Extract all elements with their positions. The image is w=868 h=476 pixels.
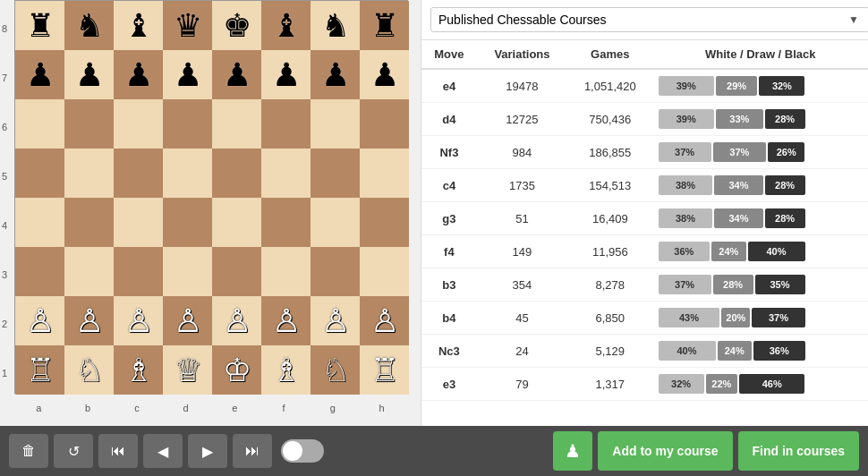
cell-7-5[interactable]: ♟ [261,50,311,99]
cell-6-7[interactable] [360,99,409,149]
next-button[interactable]: ▶ [188,434,227,468]
cell-8-1[interactable]: ♞ [64,1,114,50]
cell-2-0[interactable]: ♙ [15,296,64,345]
cell-1-0[interactable]: ♖ [15,345,64,395]
cell-2-3[interactable]: ♙ [163,296,212,345]
cell-2-2[interactable]: ♙ [114,296,163,345]
cell-1-2[interactable]: ♗ [114,345,163,395]
cell-6-0[interactable] [15,99,64,149]
cell-5-1[interactable] [64,149,114,198]
table-row[interactable]: Nc3 24 5,129 40% 24% 36% [421,335,868,368]
cell-8-3[interactable]: ♛ [163,1,212,50]
cell-1-6[interactable]: ♘ [311,345,360,395]
add-course-button[interactable]: Add to my course [598,431,732,471]
cell-5-3[interactable] [163,149,212,198]
table-row[interactable]: b3 354 8,278 37% 28% 35% [421,268,868,302]
rank-labels: 87654321 [0,0,14,401]
cell-8-2[interactable]: ♝ [114,1,163,50]
cell-4-6[interactable] [311,198,360,247]
cell-7-1[interactable]: ♟ [64,50,114,99]
cell-5-7[interactable] [360,149,409,198]
table-row[interactable]: f4 149 11,956 36% 24% 40% [421,235,868,268]
cell-6-3[interactable] [163,99,212,149]
cell-5-5[interactable] [261,149,311,198]
file-label-a: a [14,403,64,413]
cell-5-4[interactable] [212,149,261,198]
prev-button[interactable]: ◀ [143,434,183,468]
cell-4-3[interactable] [163,198,212,247]
file-label-c: c [113,403,162,413]
cell-7-7[interactable]: ♟ [360,50,409,99]
analysis-button[interactable]: ♟ [553,431,592,471]
cell-4-0[interactable] [15,198,64,247]
cell-7-2[interactable]: ♟ [114,50,163,99]
cell-6-6[interactable] [311,99,360,149]
cell-2-7[interactable]: ♙ [360,296,409,345]
cell-2-5[interactable]: ♙ [261,296,311,345]
cell-1-5[interactable]: ♗ [261,345,311,395]
file-label-h: h [357,403,406,413]
find-courses-button[interactable]: Find in courses [738,431,859,471]
cell-3-4[interactable] [212,247,261,296]
cell-3-0[interactable] [15,247,64,296]
cell-8-5[interactable]: ♝ [261,1,311,50]
cell-3-5[interactable] [261,247,311,296]
course-dropdown[interactable]: Published Chessable CoursesAll CoursesMy… [430,7,868,32]
cell-1-4[interactable]: ♔ [212,345,261,395]
cell-7-4[interactable]: ♟ [212,50,261,99]
cell-3-3[interactable] [163,247,212,296]
cell-7-0[interactable]: ♟ [15,50,64,99]
cell-4-5[interactable] [261,198,311,247]
start-button[interactable]: ⏮ [98,434,138,468]
cell-2-4[interactable]: ♙ [212,296,261,345]
file-label-b: b [64,403,113,413]
cell-1-1[interactable]: ♘ [64,345,114,395]
cell-6-1[interactable] [64,99,114,149]
cell-7-6[interactable]: ♟ [311,50,360,99]
cell-4-4[interactable] [212,198,261,247]
cell-3-7[interactable] [360,247,409,296]
cell-8-4[interactable]: ♚ [212,1,261,50]
table-row[interactable]: c4 1735 154,513 38% 34% 28% [421,169,868,202]
cell-8-7[interactable]: ♜ [360,1,409,50]
cell-2-6[interactable]: ♙ [311,296,360,345]
cell-move: e3 [421,368,477,401]
cell-8-0[interactable]: ♜ [15,1,64,50]
table-row[interactable]: b4 45 6,850 43% 20% 37% [421,302,868,335]
bar-draw: 29% [716,76,757,96]
cell-5-0[interactable] [15,149,64,198]
cell-4-7[interactable] [360,198,409,247]
cell-1-3[interactable]: ♕ [163,345,212,395]
table-row[interactable]: e3 79 1,317 32% 22% 46% [421,368,868,401]
cell-3-6[interactable] [311,247,360,296]
rank-label-8: 8 [2,4,13,53]
table-container[interactable]: Move Variations Games White / Draw / Bla… [421,40,868,426]
end-button[interactable]: ⏭ [233,434,272,468]
table-row[interactable]: Nf3 984 186,855 37% 37% 26% [421,136,868,169]
delete-button[interactable]: 🗑 [9,434,48,468]
cell-1-7[interactable]: ♖ [360,345,409,395]
bar-white: 38% [659,208,713,228]
table-row[interactable]: g3 51 16,409 38% 34% 28% [421,202,868,235]
cell-6-4[interactable] [212,99,261,149]
refresh-button[interactable]: ↺ [54,434,93,468]
cell-4-1[interactable] [64,198,114,247]
cell-5-2[interactable] [114,149,163,198]
cell-2-1[interactable]: ♙ [64,296,114,345]
cell-3-1[interactable] [64,247,114,296]
cell-8-6[interactable]: ♞ [311,1,360,50]
cell-move: b4 [421,302,477,335]
cell-6-5[interactable] [261,99,311,149]
cell-6-2[interactable] [114,99,163,149]
col-variations: Variations [477,40,567,69]
cell-7-3[interactable]: ♟ [163,50,212,99]
cell-4-2[interactable] [114,198,163,247]
cell-5-6[interactable] [311,149,360,198]
chess-board[interactable]: ♜♞♝♛♚♝♞♜♟♟♟♟♟♟♟♟♙♙♙♙♙♙♙♙♖♘♗♕♔♗♘♖ [14,0,408,394]
cell-3-2[interactable] [114,247,163,296]
toggle-switch[interactable] [281,439,324,463]
table-row[interactable]: e4 19478 1,051,420 39% 29% 32% [421,69,868,103]
rank-label-1: 1 [2,348,13,397]
cell-move: g3 [421,202,477,235]
table-row[interactable]: d4 12725 750,436 39% 33% 28% [421,103,868,136]
